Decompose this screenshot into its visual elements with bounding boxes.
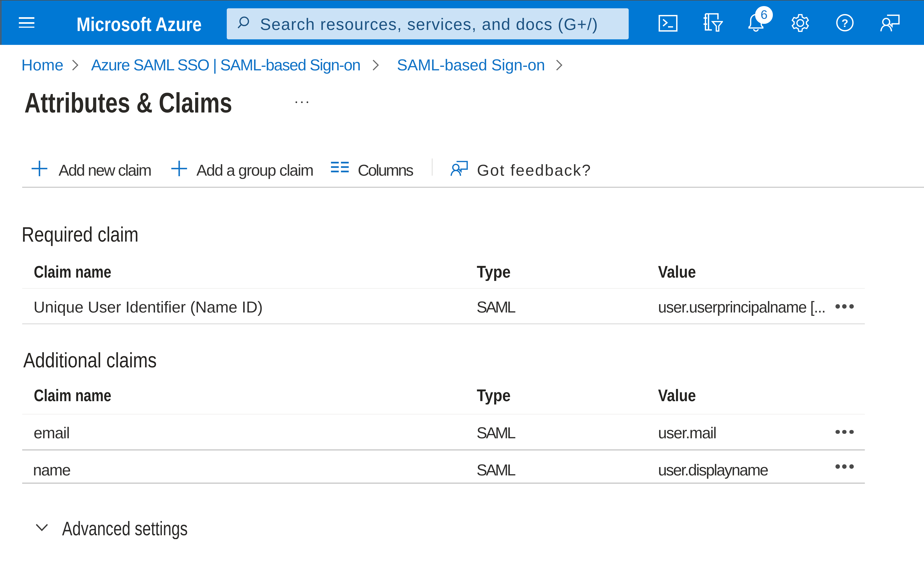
svg-text:?: ? (842, 16, 848, 29)
